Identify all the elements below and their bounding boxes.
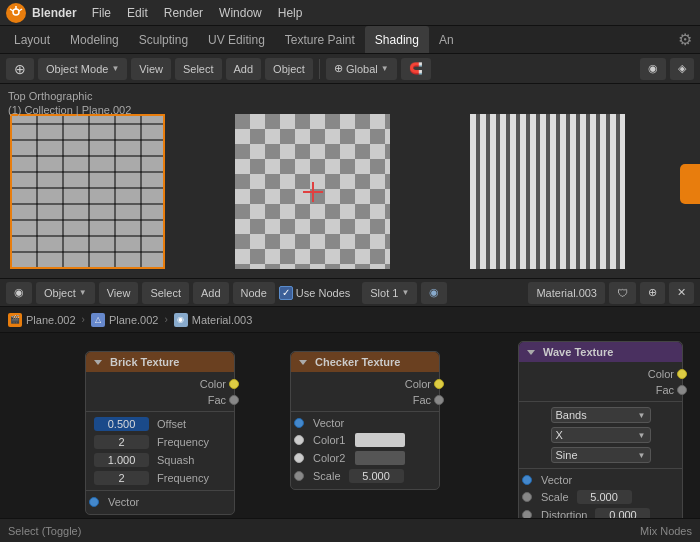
checker-scale-socket[interactable] — [294, 471, 304, 481]
checker-vector-socket[interactable] — [294, 418, 304, 428]
brick-collapse-icon[interactable] — [94, 360, 102, 365]
transform-label: ⊕ — [334, 62, 343, 75]
object-mode-btn[interactable]: Object Mode ▼ — [38, 58, 127, 80]
node-canvas[interactable]: Brick Texture Color Fac — [0, 333, 700, 542]
viewport-tools-btn[interactable]: ⊕ — [6, 58, 34, 80]
bottom-bar: Select (Toggle) Mix Nodes — [0, 518, 700, 542]
status-right: Mix Nodes — [640, 525, 692, 537]
scene-options-btn[interactable]: ⚙ — [674, 29, 696, 51]
bc-mesh: △ Plane.002 — [91, 313, 159, 327]
brick-vector-socket[interactable] — [89, 497, 99, 507]
node-node-btn[interactable]: Node — [233, 282, 275, 304]
brick-offset-input[interactable] — [94, 417, 149, 431]
checker-color1-swatch[interactable] — [355, 433, 405, 447]
checker-node-title: Checker Texture — [315, 356, 400, 368]
bc-plane2: Plane.002 — [109, 314, 159, 326]
main-layout: Blender File Edit Render Window Help Lay… — [0, 0, 700, 542]
view-btn[interactable]: View — [131, 58, 171, 80]
wave-fac-row: Fac — [519, 382, 682, 398]
checker-scale-input[interactable] — [349, 469, 404, 483]
checker-fac-socket[interactable] — [434, 395, 444, 405]
node-editor-type-btn[interactable]: ◉ — [6, 282, 32, 304]
tab-shading[interactable]: Shading — [365, 26, 429, 53]
checker-collapse-icon[interactable] — [299, 360, 307, 365]
wave-vector-row: Vector — [519, 472, 682, 488]
menu-edit[interactable]: Edit — [120, 4, 155, 22]
tab-animation[interactable]: An — [429, 26, 464, 53]
material-name: Material.003 — [536, 287, 597, 299]
node-add-btn[interactable]: Add — [193, 282, 229, 304]
select-btn[interactable]: Select — [175, 58, 222, 80]
brick-squash-row: Squash — [86, 451, 234, 469]
use-nodes-checkbox[interactable]: ✓ Use Nodes — [279, 286, 350, 300]
wave-bands-label: Bands — [556, 409, 587, 421]
wave-node-body: Color Fac Bands ▼ — [519, 362, 682, 528]
checker-color2-socket[interactable] — [294, 453, 304, 463]
add-btn[interactable]: Add — [226, 58, 262, 80]
checker-color1-socket[interactable] — [294, 435, 304, 445]
wave-sine-arrow: ▼ — [638, 451, 646, 460]
material-icon-btn[interactable]: ◉ — [421, 282, 447, 304]
checker-fac-row: Fac — [291, 392, 439, 408]
object-btn[interactable]: Object — [265, 58, 313, 80]
menu-file[interactable]: File — [85, 4, 118, 22]
checker-texture-node: Checker Texture Color Fac — [290, 351, 440, 490]
brick-freq2-input[interactable] — [94, 471, 149, 485]
global-label: Global — [346, 63, 378, 75]
tab-layout[interactable]: Layout — [4, 26, 60, 53]
checker-color1-label: Color1 — [313, 434, 345, 446]
brick-freq2-label: Frequency — [157, 472, 209, 484]
xray-btn[interactable]: ◈ — [670, 58, 694, 80]
transform-btn[interactable]: ⊕ Global ▼ — [326, 58, 397, 80]
wave-texture-preview — [470, 114, 625, 269]
node-view-btn[interactable]: View — [99, 282, 139, 304]
checker-color-row: Color — [291, 376, 439, 392]
viewport-handle[interactable] — [680, 164, 700, 204]
overlay-btn[interactable]: ◉ — [640, 58, 666, 80]
checker-color2-swatch[interactable] — [355, 451, 405, 465]
top-menu-bar: Blender File Edit Render Window Help — [0, 0, 700, 26]
checker-node-header: Checker Texture — [291, 352, 439, 372]
wave-scale-input[interactable] — [577, 490, 632, 504]
menu-help[interactable]: Help — [271, 4, 310, 22]
wave-node-header: Wave Texture — [519, 342, 682, 362]
new-btn[interactable]: ⊕ — [640, 282, 665, 304]
menu-render[interactable]: Render — [157, 4, 210, 22]
wave-collapse-icon[interactable] — [527, 350, 535, 355]
slot-btn[interactable]: Slot 1 ▼ — [362, 282, 417, 304]
brick-squash-label: Squash — [157, 454, 194, 466]
snap-btn[interactable]: 🧲 — [401, 58, 431, 80]
tab-sculpting[interactable]: Sculpting — [129, 26, 198, 53]
brick-color-socket[interactable] — [229, 379, 239, 389]
brick-freq1-input[interactable] — [94, 435, 149, 449]
xray-icon: ◈ — [678, 62, 686, 75]
checker-color-socket[interactable] — [434, 379, 444, 389]
tab-modeling[interactable]: Modeling — [60, 26, 129, 53]
tab-texture-paint[interactable]: Texture Paint — [275, 26, 365, 53]
node-object-btn[interactable]: Object ▼ — [36, 282, 95, 304]
material-name-field[interactable]: Material.003 — [528, 282, 605, 304]
brick-texture-preview — [10, 114, 165, 269]
wave-fac-socket[interactable] — [677, 385, 687, 395]
brick-color-label: Color — [200, 378, 226, 390]
wave-bands-dropdown[interactable]: Bands ▼ — [551, 407, 651, 423]
crosshair-icon — [303, 182, 323, 202]
wave-scale-socket[interactable] — [522, 492, 532, 502]
menu-window[interactable]: Window — [212, 4, 269, 22]
wave-vector-socket[interactable] — [522, 475, 532, 485]
close-btn[interactable]: ✕ — [669, 282, 694, 304]
shield-btn[interactable]: 🛡 — [609, 282, 636, 304]
brick-fac-socket[interactable] — [229, 395, 239, 405]
wave-color-socket[interactable] — [677, 369, 687, 379]
brick-color-row: Color — [86, 376, 234, 392]
tab-uv-editing[interactable]: UV Editing — [198, 26, 275, 53]
bc-arrow2: › — [164, 314, 167, 325]
transform-arrow: ▼ — [381, 64, 389, 73]
material-sphere-icon: ◉ — [429, 286, 439, 299]
blender-logo — [6, 3, 26, 23]
brick-squash-input[interactable] — [94, 453, 149, 467]
wave-sine-dropdown[interactable]: Sine ▼ — [551, 447, 651, 463]
wave-x-dropdown[interactable]: X ▼ — [551, 427, 651, 443]
brick-node-title: Brick Texture — [110, 356, 180, 368]
node-select-btn[interactable]: Select — [142, 282, 189, 304]
